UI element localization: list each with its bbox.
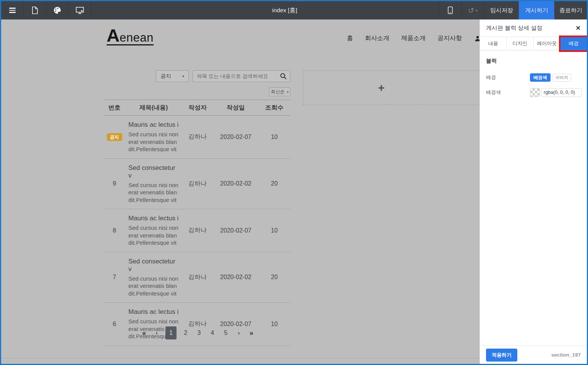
post-views: 10 — [258, 227, 290, 234]
background-color-control — [530, 88, 582, 97]
post-date: 2020-02-02 — [213, 274, 258, 281]
site-nav: 홈 회사소개 제품소개 공지사항 — [347, 34, 494, 42]
board-table-header: 번호 제목(내용) 작성자 작성일 조회수 — [104, 100, 290, 116]
bg-image-toggle-button[interactable]: 이미지 — [552, 74, 571, 82]
post-views: 10 — [258, 321, 290, 328]
section-id-label: section_197 — [551, 352, 581, 358]
post-author: 김하나 — [182, 180, 213, 188]
site-footer-divider — [1, 358, 479, 359]
post-date: 2020-02-02 — [213, 180, 258, 187]
tab-layout[interactable]: 레이아웃 — [534, 37, 560, 50]
background-label: 배경 — [486, 74, 530, 81]
col-views: 조회수 — [258, 104, 290, 112]
background-color-input[interactable] — [541, 88, 582, 97]
publish-button[interactable]: 게시하기 — [519, 1, 554, 19]
background-type-toggle: 배경색 이미지 — [530, 73, 571, 82]
post-views: 20 — [258, 274, 290, 281]
panel-body: 블럭 배경 배경색 이미지 배경색 — [480, 50, 587, 346]
site-logo[interactable]: Aenean — [107, 26, 154, 45]
pagination-page-1[interactable]: 1 — [165, 326, 177, 339]
mobile-view-button[interactable] — [439, 1, 461, 19]
pagination-first-button[interactable]: « — [140, 329, 148, 337]
post-number: 7 — [104, 274, 125, 281]
block-settings-panel: 게시판 블럭 상세 설정 ✕ 내용 디자인 레이아웃 배경 블럭 배경 배경색 … — [479, 19, 587, 364]
panel-tabs: 내용 디자인 레이아웃 배경 — [480, 37, 587, 50]
bg-color-toggle-button[interactable]: 배경색 — [530, 73, 551, 82]
toolbar-right-group: ↺▾ 임시저장 게시하기 종료하기 — [439, 1, 587, 19]
board-search-input[interactable] — [193, 73, 276, 79]
tab-background[interactable]: 배경 — [560, 37, 587, 50]
top-toolbar: index [홈] ↺▾ 임시저장 게시하기 종료하기 — [1, 1, 587, 19]
nav-item-about[interactable]: 회사소개 — [365, 34, 389, 42]
table-row[interactable]: 7 Sed consectetur v Sed cursus nisi non … — [104, 252, 290, 303]
table-row[interactable]: 8 Mauris ac lectus i Sed cursus nisi non… — [104, 209, 290, 252]
page-icon — [32, 6, 38, 14]
color-swatch-transparent[interactable] — [530, 88, 540, 97]
board-category-value: 공지 — [160, 73, 171, 80]
panel-footer: 적용하기 section_197 — [480, 346, 587, 364]
post-date: 2020-02-07 — [213, 227, 258, 234]
post-number: 8 — [104, 227, 125, 234]
table-row[interactable]: 9 Sed consectetur v Sed cursus nisi non … — [104, 159, 290, 210]
preview-button[interactable] — [69, 1, 91, 19]
search-button[interactable] — [276, 73, 290, 79]
logo-rest: enean — [120, 31, 154, 44]
undo-icon: ↺ — [468, 6, 474, 15]
col-title: 제목(내용) — [125, 104, 182, 112]
post-date: 2020-02-07 — [213, 134, 258, 141]
post-excerpt: Sed cursus nisi non erat venenatis blan … — [128, 181, 180, 204]
pagination-page-3[interactable]: 3 — [195, 329, 203, 336]
post-number: 9 — [104, 180, 125, 187]
pagination-prev-button[interactable]: ‹ — [153, 330, 160, 336]
logo-initial: A — [107, 25, 120, 45]
undo-caret-icon: ▾ — [476, 8, 478, 13]
pagination-page-2[interactable]: 2 — [181, 329, 190, 336]
nav-item-home[interactable]: 홈 — [347, 34, 353, 42]
pagination-page-5[interactable]: 5 — [222, 329, 230, 336]
board-search-box — [193, 70, 290, 82]
post-excerpt: Sed cursus nisi non erat venenatis blan … — [128, 224, 180, 247]
post-author: 김하나 — [182, 226, 213, 234]
post-views: 20 — [258, 180, 290, 187]
close-icon[interactable]: ✕ — [576, 24, 581, 32]
col-date: 작성일 — [213, 104, 258, 112]
nav-item-notice[interactable]: 공지사항 — [437, 34, 462, 42]
table-row-notice[interactable]: 공지 Mauris ac lectus i Sed cursus nisi no… — [104, 116, 290, 159]
block-section-label: 블럭 — [486, 58, 581, 65]
design-button[interactable] — [46, 1, 69, 19]
post-title: Sed consectetur v — [128, 258, 180, 273]
background-color-label: 배경색 — [486, 89, 530, 96]
palette-icon — [53, 6, 61, 14]
menu-button[interactable] — [1, 1, 24, 19]
mobile-phone-icon — [448, 6, 453, 14]
apply-button[interactable]: 적용하기 — [486, 349, 517, 362]
post-excerpt: Sed cursus nisi non erat venenatis blan … — [128, 131, 180, 153]
tab-design[interactable]: 디자인 — [507, 37, 533, 50]
board-sort-select[interactable]: 최신순 ▾ — [269, 87, 290, 96]
pagination-page-4[interactable]: 4 — [208, 329, 217, 336]
sort-caret-icon: ▾ — [287, 90, 289, 94]
board-table: 번호 제목(내용) 작성자 작성일 조회수 공지 Mauris ac lectu… — [104, 100, 290, 346]
notice-badge: 공지 — [107, 133, 122, 141]
panel-title: 게시판 블럭 상세 설정 — [486, 24, 543, 32]
tab-content[interactable]: 내용 — [480, 37, 507, 50]
undo-button[interactable]: ↺▾ — [461, 1, 484, 19]
background-color-row: 배경색 — [486, 88, 581, 97]
pagination-last-button[interactable]: » — [248, 329, 255, 337]
board-sort-value: 최신순 — [271, 89, 285, 95]
pages-button[interactable] — [24, 1, 46, 19]
monitor-icon — [76, 6, 84, 14]
plus-icon: + — [378, 82, 385, 94]
nav-item-products[interactable]: 제품소개 — [401, 34, 426, 42]
exit-button[interactable]: 종료하기 — [554, 1, 587, 19]
post-title: Mauris ac lectus i — [128, 215, 180, 222]
hamburger-icon — [9, 8, 16, 13]
pagination-next-button[interactable]: › — [235, 330, 243, 336]
post-title: Sed consectetur v — [128, 164, 180, 179]
board-category-select[interactable]: 공지 ▾ — [156, 70, 189, 82]
pagination: « ‹ 1 2 3 4 5 › » — [140, 326, 255, 339]
temp-save-button[interactable]: 임시저장 — [484, 1, 519, 19]
search-icon — [280, 73, 287, 79]
panel-header: 게시판 블럭 상세 설정 ✕ — [480, 19, 587, 37]
background-type-row: 배경 배경색 이미지 — [486, 73, 581, 82]
